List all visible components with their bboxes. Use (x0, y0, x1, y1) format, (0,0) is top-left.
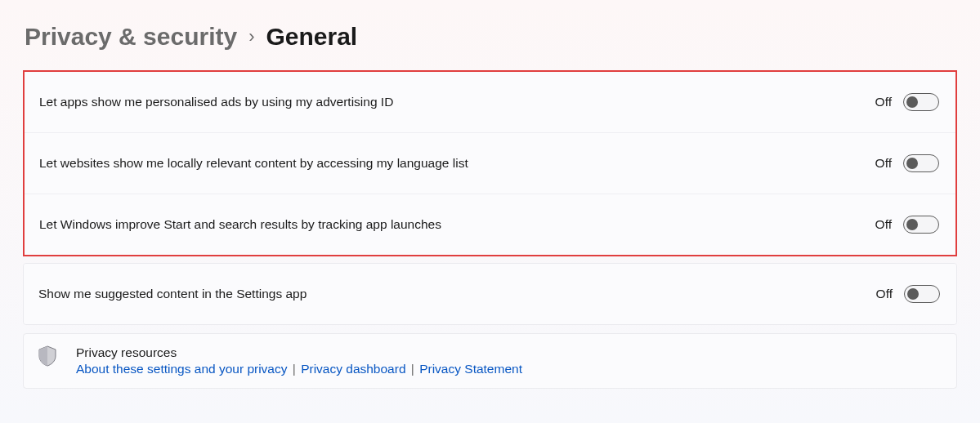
toggle-switch[interactable] (903, 93, 939, 111)
toggle-state-text: Off (876, 287, 893, 301)
resources-text: Privacy resources About these settings a… (76, 345, 522, 376)
link-privacy-dashboard[interactable]: Privacy dashboard (301, 362, 405, 376)
toggle-switch[interactable] (903, 154, 939, 172)
setting-suggested-content-wrap: Show me suggested content in the Setting… (23, 263, 957, 325)
setting-suggested-content[interactable]: Show me suggested content in the Setting… (24, 264, 956, 324)
page-title: General (266, 23, 357, 51)
setting-advertising-id[interactable]: Let apps show me personalised ads by usi… (25, 72, 955, 132)
breadcrumb: Privacy & security › General (0, 0, 980, 70)
link-about-privacy[interactable]: About these settings and your privacy (76, 362, 287, 376)
toggle-container: Off (875, 216, 939, 234)
toggle-switch[interactable] (903, 216, 939, 234)
setting-language-list[interactable]: Let websites show me locally relevant co… (25, 132, 955, 194)
privacy-resources-card: Privacy resources About these settings a… (23, 333, 957, 389)
chevron-right-icon: › (248, 26, 254, 47)
toggle-knob (906, 219, 918, 230)
toggle-knob (906, 158, 918, 169)
shield-icon (38, 345, 56, 367)
setting-app-launches[interactable]: Let Windows improve Start and search res… (25, 194, 955, 255)
setting-label: Let apps show me personalised ads by usi… (39, 95, 393, 109)
setting-label: Let websites show me locally relevant co… (39, 156, 468, 171)
toggle-container: Off (875, 93, 939, 111)
resources-links: About these settings and your privacy | … (76, 362, 522, 376)
toggle-container: Off (876, 285, 940, 303)
toggle-container: Off (875, 154, 939, 172)
toggle-knob (907, 288, 919, 300)
link-separator: | (293, 362, 296, 376)
toggle-switch[interactable] (904, 285, 940, 303)
setting-label: Let Windows improve Start and search res… (39, 217, 441, 232)
breadcrumb-parent[interactable]: Privacy & security (25, 23, 237, 51)
toggle-state-text: Off (875, 95, 892, 109)
link-separator: | (411, 362, 414, 376)
resources-title: Privacy resources (76, 345, 522, 360)
link-privacy-statement[interactable]: Privacy Statement (419, 362, 522, 376)
toggle-knob (906, 96, 918, 108)
highlighted-settings-group: Let apps show me personalised ads by usi… (23, 70, 957, 256)
toggle-state-text: Off (875, 156, 892, 171)
setting-label: Show me suggested content in the Setting… (38, 287, 307, 301)
toggle-state-text: Off (875, 217, 892, 232)
